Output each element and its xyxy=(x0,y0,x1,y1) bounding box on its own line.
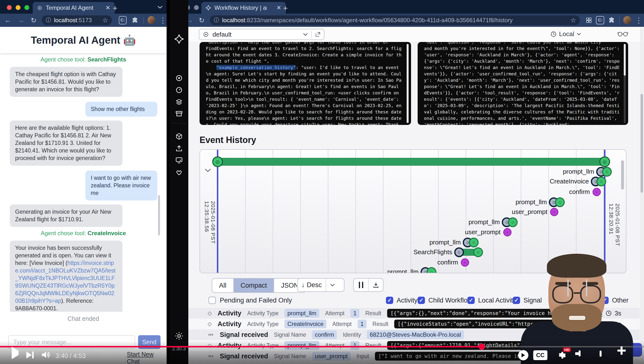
signal-node[interactable]: ≋ xyxy=(461,258,469,267)
bookmark-star-icon[interactable]: ☆ xyxy=(102,16,108,24)
activity-completed-node[interactable]: ◇ xyxy=(555,197,565,207)
address-bar[interactable]: ⓘ localhost:5173 ☆ xyxy=(42,15,112,25)
signal-filter-checkbox[interactable]: ✓ xyxy=(513,297,520,304)
temporal-logo[interactable] xyxy=(174,34,184,44)
site-info-icon[interactable]: ⓘ xyxy=(46,16,51,24)
workflow-start-node[interactable]: ◎ xyxy=(212,156,223,167)
next-video-button[interactable] xyxy=(26,352,34,358)
browser-scrollbar[interactable] xyxy=(640,27,644,364)
activity-filter-checkbox[interactable]: ✓ xyxy=(386,297,393,304)
minimize-window-button[interactable] xyxy=(16,5,20,10)
collapse-timeline-chevron-icon[interactable] xyxy=(204,168,211,172)
code-scrollbar[interactable] xyxy=(624,44,626,123)
external-link-icon[interactable] xyxy=(315,32,320,37)
start-new-chat-link[interactable]: Start New Chat xyxy=(127,351,166,364)
chat-scrollbar[interactable] xyxy=(158,195,160,236)
progress-bar-played[interactable] xyxy=(0,346,482,348)
code-scrollbar[interactable] xyxy=(407,44,408,123)
close-window-button[interactable] xyxy=(7,5,12,10)
theater-mode-button[interactable] xyxy=(600,352,602,356)
chat-app-header: Temporal AI Agent 🤖 xyxy=(0,27,166,53)
tab-temporal-ai-agent[interactable]: ⊕ Temporal AI Agent ✕ xyxy=(33,2,115,14)
timeline-scrollbar[interactable] xyxy=(621,160,624,190)
reading-list-icon[interactable] xyxy=(586,17,592,24)
namespace-select[interactable]: default xyxy=(199,29,324,40)
tab-overflow-chevron-icon[interactable] xyxy=(157,5,163,9)
forward-button[interactable]: → xyxy=(18,16,24,24)
menu-kebab-icon[interactable]: ⋮ xyxy=(159,16,166,25)
presenter-smile xyxy=(568,315,586,320)
volume-icon[interactable] xyxy=(41,350,51,359)
invoice-link[interactable]: https://invoice.stripe.com/i/acct_1NBOLu… xyxy=(15,260,116,304)
pending-failed-checkbox[interactable] xyxy=(208,297,216,304)
schedules-icon[interactable] xyxy=(175,86,183,94)
theme-toggle-sun-icon[interactable] xyxy=(175,332,183,340)
namespaces-cube-icon[interactable] xyxy=(175,132,183,140)
progress-playhead[interactable] xyxy=(478,344,485,350)
activity-completed-node[interactable]: ◇ xyxy=(508,218,518,227)
agent-message-bubble: Here are the available flight options: 1… xyxy=(10,120,122,166)
bookmark-star-icon[interactable]: ☆ xyxy=(570,16,576,24)
extension-icon-c[interactable]: C: xyxy=(119,16,126,24)
miniplayer-button[interactable] xyxy=(578,351,580,356)
profile-avatar[interactable] xyxy=(148,16,156,24)
workflow-input-json-panel[interactable]: "description": "Help the user gather arg… xyxy=(200,42,411,125)
activity-completed-node[interactable]: ◇ xyxy=(602,167,612,177)
zoom-window-button[interactable] xyxy=(24,5,29,10)
workflow-result-json-panel[interactable]: 'next': 'question', 'response': "Sure! C… xyxy=(418,42,628,125)
activity-completed-node[interactable]: ◇ xyxy=(469,238,478,248)
feedback-monitor-icon[interactable] xyxy=(175,156,183,164)
local-activity-filter-checkbox[interactable]: ✓ xyxy=(468,297,475,304)
filter-label: Activity xyxy=(397,297,418,304)
view-mode-all[interactable]: All xyxy=(212,278,234,292)
timeline-event-label: user_prompt xyxy=(465,228,500,236)
signal-node[interactable]: ≋ xyxy=(503,228,512,236)
tab-workflow-history[interactable]: Workflow History | agent-wor ✕ xyxy=(201,2,286,14)
play-button[interactable] xyxy=(12,351,18,355)
extensions-puzzle-icon[interactable] xyxy=(132,17,138,24)
archive-icon[interactable] xyxy=(175,110,183,118)
sort-options-chevron-icon[interactable] xyxy=(326,284,339,286)
close-tab-icon[interactable]: ✕ xyxy=(106,4,110,11)
timeline-event-label: prompt_llm xyxy=(468,218,500,226)
extensions-puzzle-icon[interactable] xyxy=(608,17,615,24)
activity-completed-node[interactable]: ◇ xyxy=(473,248,483,257)
reload-button[interactable]: ↻ xyxy=(31,16,36,24)
pause-updates-button[interactable] xyxy=(354,282,368,288)
settings-gear-button[interactable]: HD xyxy=(557,350,566,360)
signal-received-icon[interactable] xyxy=(208,332,214,338)
child-workflow-filter-checkbox[interactable]: ✓ xyxy=(418,297,425,304)
reload-button[interactable]: ↻ xyxy=(199,16,204,24)
captions-button[interactable]: CC xyxy=(533,350,548,360)
activity-scheduled-node[interactable]: ◇ xyxy=(454,248,464,257)
zoom-window-button[interactable] xyxy=(194,5,199,10)
workflows-icon[interactable] xyxy=(175,74,183,82)
stack-icon[interactable] xyxy=(175,98,183,106)
site-info-icon[interactable]: ⓘ xyxy=(214,16,219,24)
signal-node[interactable]: ≋ xyxy=(550,208,558,216)
expand-row-icon[interactable]: ◇ xyxy=(208,310,212,316)
new-tab-button[interactable]: + xyxy=(283,4,288,13)
favorites-heart-icon[interactable] xyxy=(175,168,183,176)
import-upload-icon[interactable] xyxy=(175,144,183,152)
field-label: Result xyxy=(365,310,381,317)
profile-avatar[interactable] xyxy=(623,16,632,24)
sort-order-button[interactable]: ↓ Desc xyxy=(297,278,344,292)
menu-kebab-icon[interactable]: ⋮ xyxy=(635,16,642,25)
back-button[interactable]: ← xyxy=(4,16,11,24)
new-tab-button[interactable]: + xyxy=(113,4,118,13)
view-mode-segmented-control: AllCompactJSON xyxy=(212,278,306,293)
timezone-select[interactable]: Local xyxy=(550,30,581,38)
view-mode-compact[interactable]: Compact xyxy=(234,278,274,292)
workflow-execution-bar[interactable] xyxy=(218,158,605,166)
signal-node[interactable]: ≋ xyxy=(592,188,601,196)
labs-glasses-icon[interactable] xyxy=(618,30,628,37)
address-bar[interactable]: ⓘ localhost:8233/namespaces/default/work… xyxy=(210,15,580,25)
extension-icon-c[interactable]: C: xyxy=(596,16,604,24)
expand-row-icon[interactable]: ◇ xyxy=(208,321,212,327)
download-history-button[interactable] xyxy=(368,282,383,288)
workflow-end-node[interactable]: ◎ xyxy=(599,156,610,167)
window-controls[interactable] xyxy=(7,5,29,10)
activity-completed-node[interactable]: ◇ xyxy=(596,177,606,186)
close-tab-icon[interactable]: ✕ xyxy=(276,4,281,11)
